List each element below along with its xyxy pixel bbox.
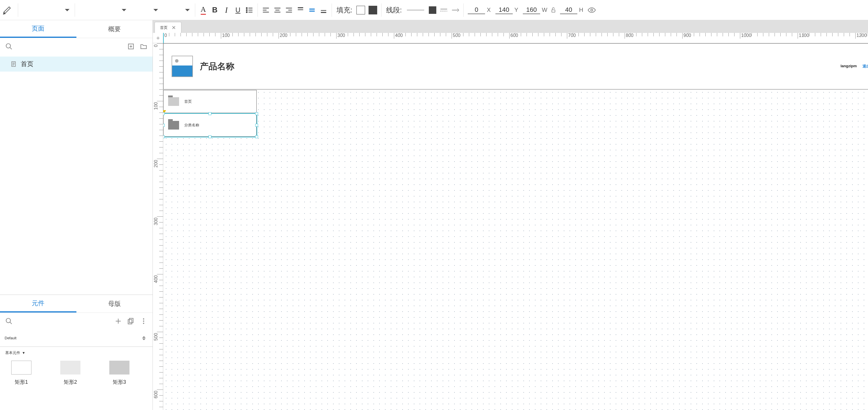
caret-down-icon xyxy=(185,9,190,11)
bullet-list-icon[interactable] xyxy=(244,4,255,16)
italic-icon[interactable]: I xyxy=(221,4,232,16)
pages-toolbar xyxy=(0,38,153,55)
library-name: Default xyxy=(5,336,17,340)
valign-bottom-icon[interactable] xyxy=(318,4,329,16)
valign-middle-icon[interactable] xyxy=(306,4,318,16)
left-sidebar: 页面 概要 首页 元件 母版 xyxy=(0,20,153,410)
style-dropdown[interactable] xyxy=(21,3,72,17)
tab-masters[interactable]: 母版 xyxy=(76,295,153,313)
separator xyxy=(75,3,75,17)
line-style-icon[interactable] xyxy=(438,4,450,16)
separator xyxy=(257,3,258,17)
canvas-area: 首页 ✕ 01002003004005006007008009001000110… xyxy=(153,20,868,410)
page-tree-item-home[interactable]: 首页 xyxy=(0,57,153,71)
separator xyxy=(18,3,18,17)
valign-top-icon[interactable] xyxy=(295,4,306,16)
shape-rect1[interactable]: 矩形1 xyxy=(7,361,36,385)
page-tree: 首页 xyxy=(0,55,153,73)
tab-outline[interactable]: 概要 xyxy=(76,20,153,38)
folder-icon xyxy=(168,121,179,129)
top-toolbar: A B I U 填充: 线段: X Y W H xyxy=(0,0,868,20)
caret-down-icon xyxy=(122,9,126,11)
x-input[interactable] xyxy=(468,6,485,14)
ruler-corner[interactable] xyxy=(153,33,163,43)
svg-line-27 xyxy=(10,47,12,49)
svg-point-43 xyxy=(143,323,144,324)
x-label: X xyxy=(487,7,491,13)
fontsize-dropdown[interactable] xyxy=(129,3,161,17)
shape-rect3[interactable]: 矩形3 xyxy=(105,361,134,385)
logout-link[interactable]: 退出 xyxy=(863,64,868,69)
underline-icon[interactable]: U xyxy=(232,4,244,16)
library-options-icon[interactable] xyxy=(127,317,135,325)
line-color-swatch[interactable] xyxy=(429,6,436,14)
widgets-panel: 元件 母版 Default 基本元件 ▼ 矩形1 xyxy=(0,295,153,410)
product-title: 产品名称 xyxy=(200,61,235,72)
svg-point-35 xyxy=(6,318,10,323)
align-center-icon[interactable] xyxy=(272,4,283,16)
tab-widgets[interactable]: 元件 xyxy=(0,295,76,313)
extra-dropdown[interactable] xyxy=(161,3,193,17)
line-preview[interactable] xyxy=(407,9,424,11)
widget-nav-home[interactable]: 首页 xyxy=(163,90,257,113)
username-label: langzipm xyxy=(841,64,857,69)
page-icon xyxy=(10,61,17,67)
canvas-body[interactable]: 0100200300400500600700800900100011001200… xyxy=(153,33,868,410)
lock-icon[interactable] xyxy=(550,7,557,13)
ruler-horizontal[interactable]: 0100200300400500600700800900100011001200 xyxy=(163,33,868,43)
search-icon[interactable] xyxy=(5,43,13,50)
caret-down-icon xyxy=(153,9,158,11)
svg-point-25 xyxy=(591,9,593,11)
more-icon[interactable] xyxy=(140,317,147,325)
bold-icon[interactable]: B xyxy=(209,4,221,16)
tab-pages[interactable]: 页面 xyxy=(0,20,76,38)
search-icon[interactable] xyxy=(5,317,13,325)
align-left-icon[interactable] xyxy=(260,4,272,16)
svg-rect-24 xyxy=(552,10,555,12)
svg-line-36 xyxy=(10,322,12,324)
pages-outline-tabs: 页面 概要 xyxy=(0,20,153,38)
svg-rect-39 xyxy=(129,318,133,323)
h-input[interactable] xyxy=(560,6,577,14)
align-right-icon[interactable] xyxy=(283,4,295,16)
app-logo-icon[interactable] xyxy=(2,4,13,16)
image-placeholder-icon[interactable] xyxy=(172,56,193,77)
text-color-icon[interactable]: A xyxy=(197,4,209,16)
add-page-icon[interactable] xyxy=(127,43,135,50)
add-library-icon[interactable] xyxy=(115,317,122,325)
widget-header-bar[interactable]: 产品名称 langzipm 退出 xyxy=(163,43,868,89)
svg-rect-40 xyxy=(128,320,132,324)
shape-grid: 矩形1 矩形2 矩形3 xyxy=(0,357,153,389)
doc-tab-home[interactable]: 首页 ✕ xyxy=(155,22,181,33)
add-folder-icon[interactable] xyxy=(140,43,147,50)
separator xyxy=(381,3,381,17)
shape-rect2[interactable]: 矩形2 xyxy=(56,361,85,385)
w-input[interactable] xyxy=(523,6,540,14)
document-tabs: 首页 ✕ xyxy=(153,20,868,33)
library-select[interactable]: Default xyxy=(5,336,148,340)
arrow-style-icon[interactable] xyxy=(450,4,461,16)
widget-nav-category[interactable]: 分类名称 xyxy=(163,114,257,137)
separator xyxy=(463,3,464,17)
library-section-header[interactable]: 基本元件 ▼ xyxy=(0,347,153,357)
collapse-caret-icon: ▼ xyxy=(22,351,25,355)
fill-color-swatch-alt[interactable] xyxy=(369,6,377,14)
font-dropdown[interactable] xyxy=(77,3,129,17)
ruler-marker xyxy=(163,33,164,43)
updown-icon xyxy=(142,336,146,340)
w-label: W xyxy=(542,7,547,13)
close-tab-icon[interactable]: ✕ xyxy=(172,25,176,31)
y-label: Y xyxy=(515,7,518,13)
separator xyxy=(332,3,332,17)
y-input[interactable] xyxy=(495,6,513,14)
svg-point-41 xyxy=(143,318,144,319)
ruler-vertical[interactable]: 0100200300400500600 xyxy=(153,43,163,410)
svg-point-42 xyxy=(143,321,144,322)
line-label: 线段: xyxy=(384,5,404,15)
canvas-stage[interactable]: 产品名称 langzipm 退出 首页 分类名称 xyxy=(163,43,868,410)
fill-color-swatch[interactable] xyxy=(356,6,365,14)
h-label: H xyxy=(579,7,583,13)
visibility-icon[interactable] xyxy=(586,4,597,16)
svg-point-26 xyxy=(6,43,10,48)
fill-label: 填充: xyxy=(334,5,355,15)
